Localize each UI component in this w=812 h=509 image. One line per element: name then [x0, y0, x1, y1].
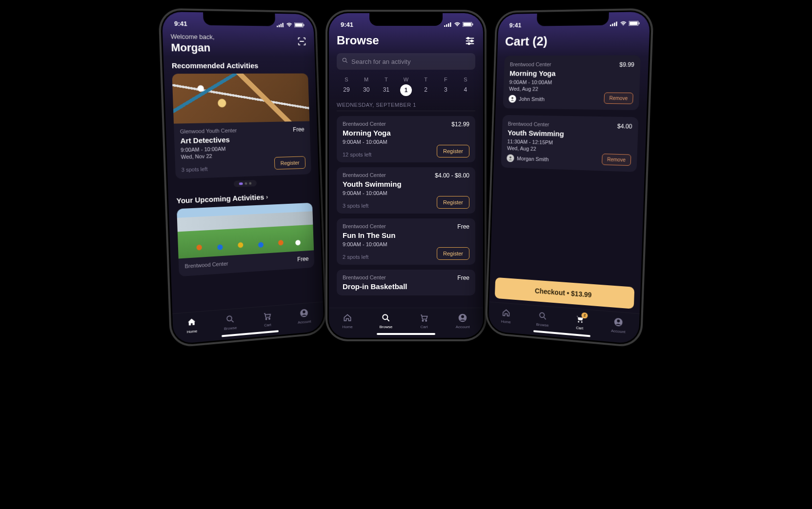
svg-rect-5 [295, 23, 303, 27]
tab-home[interactable]: Home [342, 313, 352, 329]
wifi-icon [286, 22, 293, 27]
card-location: Brentwood Center [343, 274, 386, 280]
tab-label: Account [298, 319, 311, 325]
svg-point-9 [269, 318, 270, 320]
recommended-card[interactable]: Glenwood Youth Center Free Art Detective… [172, 74, 311, 179]
upcoming-heading[interactable]: Your Upcoming Activities › [176, 191, 312, 205]
svg-rect-15 [450, 22, 451, 27]
home-indicator[interactable] [377, 333, 435, 335]
tab-home[interactable]: Home [501, 308, 511, 324]
card-location: Brentwood Center [510, 61, 551, 67]
cal-day[interactable]: 30 [359, 84, 374, 96]
status-icons [610, 21, 640, 26]
svg-point-27 [461, 315, 464, 318]
tab-account[interactable]: Account [611, 317, 626, 334]
card-price: Free [457, 223, 469, 230]
activity-item[interactable]: Brentwood Center $12.99 Morning Yoga 9:0… [337, 116, 475, 162]
card-title: Drop-in Basketball [343, 282, 469, 291]
status-time: 9:41 [509, 21, 522, 29]
signal-icon [610, 21, 618, 26]
battery-icon [294, 22, 304, 27]
weekday: T [378, 75, 394, 84]
filter-icon[interactable] [465, 36, 475, 48]
card-title: Youth Swimming [508, 128, 632, 139]
remove-button[interactable]: Remove [604, 93, 633, 104]
register-button[interactable]: Register [437, 247, 469, 260]
device-notch [203, 12, 275, 26]
svg-rect-0 [277, 26, 278, 27]
card-title: Fun In The Sun [343, 231, 469, 239]
search-icon [225, 314, 235, 326]
tab-browse[interactable]: Browse [223, 314, 237, 331]
chevron-right-icon: › [266, 193, 268, 200]
svg-rect-28 [610, 25, 611, 26]
card-image [172, 74, 309, 124]
cart-badge: 2 [582, 313, 588, 319]
svg-rect-3 [282, 23, 284, 27]
cal-day[interactable]: 31 [378, 84, 394, 96]
tab-home[interactable]: Home [186, 317, 198, 334]
tab-cart[interactable]: 2 Cart [575, 314, 585, 331]
card-time: 9:00AM - 10:00AM [343, 190, 469, 196]
tab-account[interactable]: Account [456, 313, 470, 329]
svg-point-24 [422, 320, 424, 322]
tab-label: Home [501, 319, 510, 325]
search-icon [538, 311, 548, 322]
avatar-icon [507, 154, 514, 162]
tab-cart[interactable]: Cart [263, 311, 272, 328]
status-time: 9:41 [341, 21, 353, 28]
svg-point-8 [265, 318, 266, 320]
calendar-strip[interactable]: S M T W T F S 29 30 31 1 2 3 [337, 75, 475, 96]
activity-item[interactable]: Brentwood Center Free Drop-in Basketball [337, 270, 475, 295]
tab-label: Browse [379, 325, 392, 329]
page-title: Browse [337, 34, 379, 47]
card-location: Brentwood Center [343, 172, 386, 178]
register-button[interactable]: Register [274, 156, 305, 170]
search-icon [381, 313, 391, 324]
register-button[interactable]: Register [437, 145, 469, 157]
svg-rect-18 [472, 23, 473, 25]
cal-day[interactable]: 4 [458, 84, 473, 96]
tab-account[interactable]: Account [297, 308, 311, 325]
card-title: Art Detectives [180, 134, 304, 145]
search-input[interactable]: Search for an activity [337, 53, 475, 70]
tab-label: Cart [576, 326, 583, 331]
signal-icon [277, 22, 284, 27]
home-icon [343, 313, 352, 324]
tab-cart[interactable]: Cart [419, 313, 429, 329]
status-icons [444, 22, 473, 27]
register-button[interactable]: Register [437, 196, 469, 209]
card-date: Wed, Aug 22 [509, 86, 633, 93]
tab-browse[interactable]: Browse [536, 311, 549, 328]
scan-icon[interactable] [297, 36, 307, 49]
recommended-heading: Recommended Activities [172, 61, 308, 70]
cart-item: Brentwood Center $4.00 Youth Swimming 11… [501, 115, 639, 172]
svg-point-36 [509, 157, 511, 158]
tab-label: Account [456, 325, 470, 329]
device-notch [537, 12, 609, 26]
tab-label: Home [186, 329, 197, 334]
svg-rect-29 [612, 24, 613, 26]
card-spots: 2 spots left [343, 254, 368, 260]
home-icon [501, 308, 511, 319]
weekday: F [438, 75, 453, 84]
cal-day[interactable]: 2 [418, 84, 434, 96]
activity-item[interactable]: Brentwood Center Free Fun In The Sun 9:0… [337, 218, 475, 265]
svg-rect-6 [304, 24, 304, 26]
home-icon [186, 317, 197, 329]
cal-day-selected[interactable]: 1 [400, 84, 412, 96]
tab-browse[interactable]: Browse [379, 313, 392, 329]
upcoming-card[interactable]: Brentwood Center Free [177, 203, 314, 276]
cal-day[interactable]: 29 [339, 84, 354, 96]
page-title: Cart (2) [505, 33, 642, 49]
card-price: Free [297, 255, 309, 263]
card-price: Free [293, 126, 304, 133]
card-time: 9:00AM - 10:00AM [509, 79, 633, 85]
activity-item[interactable]: Brentwood Center $4.00 - $8.00 Youth Swi… [337, 167, 475, 214]
svg-rect-12 [444, 25, 446, 27]
cal-day[interactable]: 3 [438, 84, 453, 96]
svg-rect-33 [629, 21, 638, 25]
remove-button[interactable]: Remove [602, 154, 631, 166]
card-title: Morning Yoga [509, 69, 634, 78]
card-price: $9.99 [619, 61, 634, 68]
